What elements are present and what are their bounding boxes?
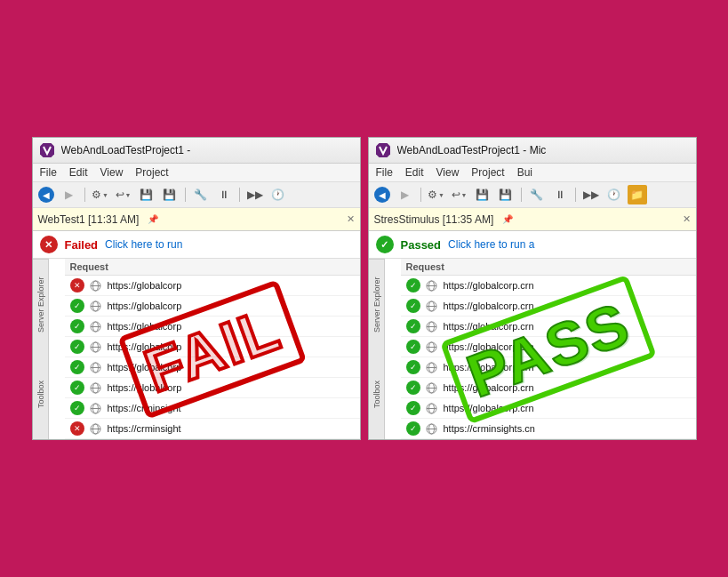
content-area: Server ExplorerToolboxRequest✕https://gl… xyxy=(33,259,360,439)
side-labels: Server ExplorerToolbox xyxy=(33,259,49,439)
main-container: WebAndLoadTestProject1 - FileEditViewPro… xyxy=(21,126,708,451)
window-title: WebAndLoadTestProject1 - Mic xyxy=(397,144,691,156)
tab-pin-icon[interactable]: 📌 xyxy=(148,214,158,224)
list-item[interactable]: ✓https://globalcorp xyxy=(65,317,360,337)
menu-bar: FileEditViewProject xyxy=(33,164,360,182)
url-icon xyxy=(90,320,102,333)
list-item[interactable]: ✓https://globalcorp.crn xyxy=(401,276,696,296)
url-icon xyxy=(426,341,438,353)
check-icon: ✓ xyxy=(406,278,420,293)
list-item[interactable]: ✓https://globalcorp.crn xyxy=(401,337,696,357)
status-icon: ✕ xyxy=(40,236,58,253)
save2-button[interactable]: 💾 xyxy=(496,185,516,204)
url-icon xyxy=(426,381,438,394)
list-item[interactable]: ✓https://globalcorp xyxy=(65,378,360,398)
run-button[interactable]: ▶▶ xyxy=(581,185,601,204)
check-icon: ✓ xyxy=(70,299,84,313)
toolbar: ◀ ▶ ⚙▼ ↩▼ 💾 💾 🔧 ⏸ ▶▶ 🕐 xyxy=(33,182,360,208)
separator2 xyxy=(521,188,522,202)
save-button[interactable]: 💾 xyxy=(473,185,492,204)
tab-label[interactable]: StresStimulus [11:35 AM] xyxy=(374,213,494,226)
menu-item-edit[interactable]: Edit xyxy=(405,166,424,179)
pause-button[interactable]: ⏸ xyxy=(550,185,570,204)
url-text: https://crminsight xyxy=(108,403,181,413)
list-item[interactable]: ✓https://globalcorp xyxy=(65,296,360,317)
check-icon: ✓ xyxy=(406,401,420,415)
run-link[interactable]: Click here to run a xyxy=(448,238,534,251)
url-text: https://globalcorp.crn xyxy=(444,341,534,352)
title-bar: WebAndLoadTestProject1 - xyxy=(33,138,360,164)
menu-item-project[interactable]: Project xyxy=(471,166,504,179)
url-text: https://globalcorp xyxy=(108,362,182,373)
url-icon xyxy=(426,402,438,414)
menu-item-view[interactable]: View xyxy=(436,166,460,179)
url-icon xyxy=(426,300,438,312)
server-explorer-label: Server Explorer xyxy=(33,259,48,349)
list-item[interactable]: ✕https://globalcorp xyxy=(65,276,360,296)
refresh-button[interactable]: ⚙▼ xyxy=(91,185,110,204)
tab-close-button[interactable]: ✕ xyxy=(347,213,355,225)
fail-icon: ✕ xyxy=(70,421,84,436)
toolbar: ◀ ▶ ⚙▼ ↩▼ 💾 💾 🔧 ⏸ ▶▶ 🕐 📁 xyxy=(369,182,696,208)
list-item[interactable]: ✓https://globalcorp.crn xyxy=(401,398,696,419)
check-icon: ✓ xyxy=(70,340,84,354)
list-item[interactable]: ✓https://crminsights.cn xyxy=(401,419,696,439)
list-item[interactable]: ✓https://globalcorp xyxy=(65,357,360,378)
menu-bar: FileEditViewProjectBui xyxy=(369,164,696,182)
check-icon: ✓ xyxy=(406,340,420,354)
menu-item-file[interactable]: File xyxy=(40,166,57,179)
check-icon: ✓ xyxy=(406,421,420,436)
check-icon: ✓ xyxy=(70,360,84,374)
save-button[interactable]: 💾 xyxy=(137,185,156,204)
menu-item-view[interactable]: View xyxy=(100,166,124,179)
list-item[interactable]: ✓https://globalcorp.crn xyxy=(401,378,696,398)
url-text: https://globalcorp.crn xyxy=(444,280,534,291)
pause-button[interactable]: ⏸ xyxy=(214,185,234,204)
undo-button[interactable]: ↩▼ xyxy=(450,185,469,204)
menu-item-bui[interactable]: Bui xyxy=(517,166,532,179)
save2-button[interactable]: 💾 xyxy=(160,185,180,204)
separator3 xyxy=(239,188,240,202)
url-text: https://crminsight xyxy=(108,423,181,434)
list-item[interactable]: ✓https://crminsight xyxy=(65,398,360,419)
url-text: https://globalcorp xyxy=(108,382,182,393)
undo-button[interactable]: ↩▼ xyxy=(114,185,133,204)
tools-button[interactable]: 🔧 xyxy=(191,185,211,204)
request-list: Request✕https://globalcorp✓https://globa… xyxy=(65,259,360,439)
content-area: Server ExplorerToolboxRequest✓https://gl… xyxy=(369,259,696,439)
tools-button[interactable]: 🔧 xyxy=(527,185,547,204)
tab-close-button[interactable]: ✕ xyxy=(683,213,691,225)
list-item[interactable]: ✓https://globalcorp xyxy=(65,337,360,357)
back-button[interactable]: ◀ xyxy=(374,187,390,203)
clock-button[interactable]: 🕐 xyxy=(268,185,288,204)
folder-button[interactable]: 📁 xyxy=(628,185,647,204)
url-icon xyxy=(426,361,438,373)
forward-button[interactable]: ▶ xyxy=(60,185,79,204)
list-item[interactable]: ✓https://globalcorp.crn xyxy=(401,296,696,317)
clock-button[interactable]: 🕐 xyxy=(604,185,624,204)
forward-button[interactable]: ▶ xyxy=(396,185,415,204)
url-text: https://globalcorp.crn xyxy=(444,321,534,332)
separator xyxy=(420,188,421,202)
list-item[interactable]: ✓https://globalcorp.crn xyxy=(401,317,696,337)
url-text: https://crminsights.cn xyxy=(444,423,535,434)
toolbox-label: Toolbox xyxy=(33,349,48,439)
refresh-button[interactable]: ⚙▼ xyxy=(427,185,446,204)
list-header: Request xyxy=(65,259,360,276)
toolbox-label: Toolbox xyxy=(369,349,384,439)
run-link[interactable]: Click here to run xyxy=(105,238,182,251)
tab-label[interactable]: WebTest1 [11:31 AM] xyxy=(38,213,140,226)
url-icon xyxy=(426,320,438,333)
check-icon: ✓ xyxy=(70,381,84,395)
list-item[interactable]: ✓https://globalcorp.crn xyxy=(401,357,696,378)
url-text: https://globalcorp.crn xyxy=(444,362,534,373)
menu-item-file[interactable]: File xyxy=(376,166,393,179)
status-text: Passed xyxy=(401,238,442,252)
url-icon xyxy=(90,300,102,312)
menu-item-edit[interactable]: Edit xyxy=(69,166,88,179)
tab-pin-icon[interactable]: 📌 xyxy=(502,214,513,224)
run-button[interactable]: ▶▶ xyxy=(245,185,265,204)
menu-item-project[interactable]: Project xyxy=(135,166,168,179)
back-button[interactable]: ◀ xyxy=(38,187,54,203)
list-item[interactable]: ✕https://crminsight xyxy=(65,419,360,439)
